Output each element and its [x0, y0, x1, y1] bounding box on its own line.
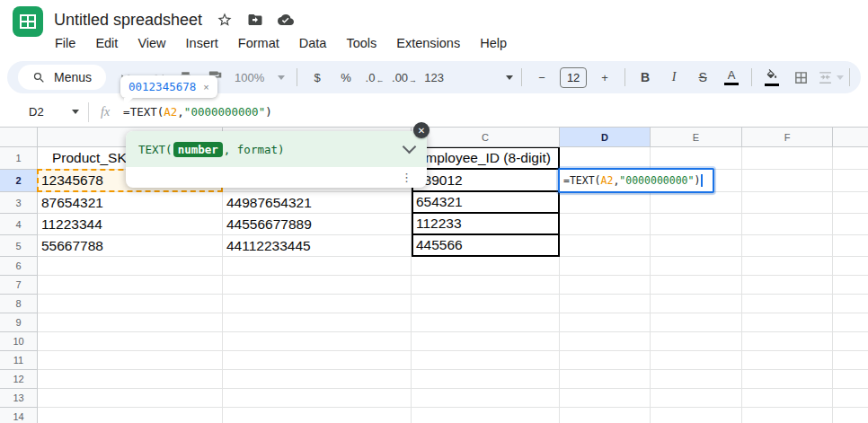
formula-input[interactable]: =TEXT(A2,"0000000000") — [123, 105, 272, 119]
cell-C6[interactable] — [412, 257, 560, 276]
cell-D14[interactable] — [560, 408, 651, 423]
cell-A12[interactable] — [38, 370, 223, 389]
row-header-3[interactable]: 3 — [0, 192, 38, 214]
cell-A13[interactable] — [38, 389, 223, 408]
cell-E12[interactable] — [651, 370, 742, 389]
cell-C12[interactable] — [412, 370, 560, 389]
cell-A14[interactable] — [38, 408, 223, 423]
row-header-8[interactable]: 8 — [0, 295, 38, 313]
cell-F9[interactable] — [742, 313, 833, 332]
cell-C8[interactable] — [412, 295, 560, 313]
cell-partial-12[interactable] — [833, 370, 868, 389]
cell-D6[interactable] — [560, 257, 651, 276]
menu-format[interactable]: Format — [228, 36, 289, 50]
cell-A9[interactable] — [38, 313, 223, 332]
cell-C1[interactable]: Employee_ID (8-digit) — [412, 147, 560, 170]
cell-D10[interactable] — [560, 332, 651, 351]
cell-partial-3[interactable] — [833, 192, 868, 214]
cell-F2[interactable] — [742, 170, 833, 192]
borders-button[interactable] — [789, 66, 812, 89]
cell-E11[interactable] — [651, 351, 742, 370]
row-header-11[interactable]: 11 — [0, 351, 38, 370]
menu-data[interactable]: Data — [289, 36, 337, 50]
cell-D4[interactable] — [560, 214, 651, 235]
font-family-select[interactable] — [457, 66, 513, 89]
menu-help[interactable]: Help — [470, 36, 517, 50]
cell-C13[interactable] — [412, 389, 560, 408]
cell-D7[interactable] — [560, 276, 651, 295]
cell-A3[interactable]: 87654321 — [38, 192, 223, 214]
row-header-12[interactable]: 12 — [0, 370, 38, 389]
cell-F1[interactable] — [742, 147, 833, 170]
cell-B12[interactable] — [223, 370, 412, 389]
font-size-input[interactable]: 12 — [560, 67, 587, 88]
cell-B8[interactable] — [223, 295, 412, 313]
row-header-14[interactable]: 14 — [0, 408, 38, 423]
cell-partial-11[interactable] — [833, 351, 868, 370]
row-header-9[interactable]: 9 — [0, 313, 38, 332]
fill-color-button[interactable] — [760, 66, 784, 89]
cell-E4[interactable] — [651, 214, 742, 235]
document-title[interactable]: Untitled spreadsheet — [54, 11, 202, 30]
cell-C5[interactable]: 445566 — [412, 235, 560, 257]
cell-A5[interactable]: 55667788 — [38, 235, 223, 257]
col-header-E[interactable]: E — [651, 128, 742, 147]
cell-A8[interactable] — [38, 295, 223, 313]
cell-partial-1[interactable] — [833, 147, 868, 170]
menu-view[interactable]: View — [128, 36, 175, 50]
cell-E6[interactable] — [651, 257, 742, 276]
move-folder-icon[interactable] — [246, 12, 263, 29]
cell-D3[interactable] — [560, 192, 651, 214]
cell-A4[interactable]: 11223344 — [38, 214, 223, 235]
col-header-D[interactable]: D — [560, 128, 651, 147]
corner-cell[interactable] — [833, 128, 868, 147]
col-header-F[interactable]: F — [742, 128, 833, 147]
cell-F10[interactable] — [742, 332, 833, 351]
chevron-down-icon[interactable] — [403, 140, 417, 154]
cell-partial-6[interactable] — [833, 257, 868, 276]
row-header-6[interactable]: 6 — [0, 257, 38, 276]
sheets-logo-icon[interactable] — [13, 6, 43, 37]
cell-C7[interactable] — [412, 276, 560, 295]
cell-B13[interactable] — [223, 389, 412, 408]
decrease-font-size-button[interactable]: − — [530, 66, 554, 89]
menus-search-button[interactable]: Menus — [18, 65, 106, 90]
cell-partial-13[interactable] — [833, 389, 868, 408]
merge-cells-button[interactable] — [818, 66, 844, 89]
menu-tools[interactable]: Tools — [336, 36, 386, 50]
cell-partial-4[interactable] — [833, 214, 868, 235]
cell-B6[interactable] — [223, 257, 412, 276]
close-help-button[interactable]: ✕ — [413, 122, 430, 138]
cell-D9[interactable] — [560, 313, 651, 332]
cell-partial-14[interactable] — [833, 408, 868, 423]
bold-button[interactable]: B — [633, 66, 657, 89]
cell-D12[interactable] — [560, 370, 651, 389]
row-header-7[interactable]: 7 — [0, 276, 38, 295]
cell-partial-2[interactable] — [833, 170, 868, 192]
cell-B5[interactable]: 44112233445 — [223, 235, 412, 257]
cell-E7[interactable] — [651, 276, 742, 295]
cell-D8[interactable] — [560, 295, 651, 313]
format-percent-button[interactable]: % — [334, 66, 358, 89]
row-header-2[interactable]: 2 — [0, 170, 38, 192]
cell-partial-7[interactable] — [833, 276, 868, 295]
cell-C10[interactable] — [412, 332, 560, 351]
cell-A11[interactable] — [38, 351, 223, 370]
cell-D5[interactable] — [560, 235, 651, 257]
name-box[interactable]: D2 — [0, 105, 88, 119]
cell-E10[interactable] — [651, 332, 742, 351]
cell-C2[interactable]: 789012 — [412, 170, 560, 192]
cell-D13[interactable] — [560, 389, 651, 408]
cell-C4[interactable]: 112233 — [412, 214, 560, 235]
cell-C3[interactable]: 654321 — [412, 192, 560, 214]
cell-E8[interactable] — [651, 295, 742, 313]
cell-B10[interactable] — [223, 332, 412, 351]
cell-E9[interactable] — [651, 313, 742, 332]
cell-B4[interactable]: 44556677889 — [223, 214, 412, 235]
cell-B9[interactable] — [223, 313, 412, 332]
row-header-4[interactable]: 4 — [0, 214, 38, 235]
decrease-decimal-button[interactable]: .0 ← — [363, 66, 386, 89]
menu-extensions[interactable]: Extensions — [386, 36, 470, 50]
cell-E1[interactable] — [651, 147, 742, 170]
cell-F6[interactable] — [742, 257, 833, 276]
